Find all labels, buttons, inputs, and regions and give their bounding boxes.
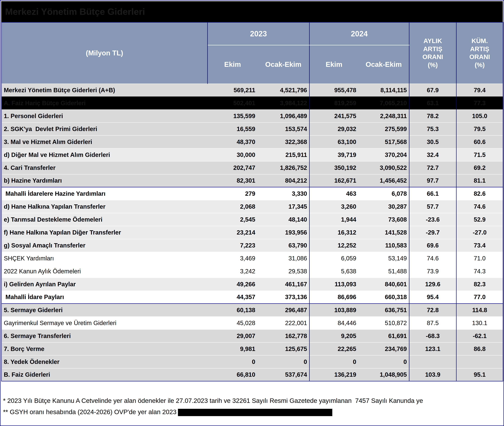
row-value: 86.8 (456, 342, 503, 355)
row-label: 3. Mal ve Hizmet Alım Giderleri (1, 135, 207, 148)
table-row: 2. SGK'ya Devlet Primi Giderleri16,55915… (1, 122, 503, 135)
row-label: e) Tarımsal Destekleme Ödemeleri (1, 213, 207, 226)
row-value: -27.0 (456, 226, 503, 239)
row-value: 129.6 (409, 278, 456, 291)
row-label: b) Hazine Yardımları (1, 174, 207, 187)
row-value: 95.1 (456, 368, 503, 381)
row-value: 16,559 (207, 122, 257, 135)
row-value: -62.1 (456, 329, 503, 342)
table-row: 4. Cari Transferler202,7471,826,752350,1… (1, 161, 503, 174)
row-value: 30,287 (359, 200, 409, 213)
row-value: 463 (310, 187, 359, 200)
table-row: 3. Mal ve Hizmet Alım Giderleri48,370322… (1, 135, 503, 148)
row-value: 16,312 (310, 226, 359, 239)
row-value: 84,446 (310, 317, 359, 329)
row-value: 4,521,796 (257, 84, 310, 97)
row-value: 2,068 (207, 200, 257, 213)
table-row: B. Faiz Giderleri66,810537,674136,2191,0… (1, 368, 503, 381)
row-value: 125,675 (257, 342, 310, 355)
row-value: 3,469 (207, 252, 257, 265)
row-value: 29,007 (207, 329, 257, 342)
table-row: d) Diğer Mal ve Hizmet Alım Giderleri30,… (1, 148, 503, 161)
row-value: 29,538 (257, 265, 310, 278)
row-value: 0 (257, 355, 310, 368)
row-value: -29.7 (409, 226, 456, 239)
row-value (409, 355, 456, 368)
row-label: Mahalli İdarelere Hazine Yardımları (1, 187, 207, 200)
row-value: 1,048,905 (359, 368, 409, 381)
row-value: 73.4 (456, 239, 503, 252)
row-value: 804,212 (257, 174, 310, 187)
row-value: 77.3 (456, 97, 503, 110)
col-2023-ocak-ekim: Ocak-Ekim (257, 45, 310, 84)
unit-label: (Milyon TL) (1, 22, 207, 84)
row-value: 60.6 (456, 135, 503, 148)
row-value: 162,778 (257, 329, 310, 342)
row-value: 81.1 (456, 174, 503, 187)
row-value: 537,674 (257, 368, 310, 381)
row-value: 110,583 (359, 239, 409, 252)
row-label: g) Sosyal Amaçlı Transferler (1, 239, 207, 252)
row-value: 73,608 (359, 213, 409, 226)
row-value: 510,872 (359, 317, 409, 329)
row-value: 74.6 (456, 200, 503, 213)
row-value: 53,149 (359, 252, 409, 265)
row-label: A. Faiz Hariç Bütçe Giderleri (1, 97, 207, 110)
cumulative-increase-header: KÜM. ARTIŞ ORANI (%) (456, 22, 503, 84)
row-value: 819,259 (310, 97, 359, 110)
col-2024-ocak-ekim: Ocak-Ekim (359, 45, 409, 84)
row-value: 3,330 (257, 187, 310, 200)
row-value: 123.1 (409, 342, 456, 355)
row-label: 6. Sermaye Transferleri (1, 329, 207, 342)
table-row: Merkezi Yönetim Bütçe Giderleri (A+B)569… (1, 84, 503, 97)
row-value: 79.5 (456, 122, 503, 135)
row-value: 52.9 (456, 213, 503, 226)
row-value: 45,028 (207, 317, 257, 329)
row-label: 2022 Kanun Aylık Ödemeleri (1, 265, 207, 278)
row-value: 461,167 (257, 278, 310, 291)
row-value: 48,370 (207, 135, 257, 148)
row-value: 78.2 (409, 110, 456, 122)
year-2024-header: 2024 (310, 22, 409, 45)
row-value: 234,769 (359, 342, 409, 355)
row-value: 517,568 (359, 135, 409, 148)
row-value: 279 (207, 187, 257, 200)
table-row: g) Sosyal Amaçlı Transferler7,22363,7901… (1, 239, 503, 252)
table-row: 2022 Kanun Aylık Ödemeleri3,24229,5385,6… (1, 265, 503, 278)
row-value: 61,691 (359, 329, 409, 342)
row-value: 0 (359, 355, 409, 368)
row-value: 69.6 (409, 239, 456, 252)
footnote-2: ** GSYH oranı hesabında (2024-2026) OVP'… (3, 406, 503, 418)
col-2023-ekim: Ekim (207, 45, 257, 84)
row-value: 82.3 (456, 278, 503, 291)
table-row: 1. Personel Giderleri135,5991,096,489241… (1, 110, 503, 122)
table-row: Mahalli İdare Payları44,357373,13686,696… (1, 291, 503, 304)
row-value: 275,599 (359, 122, 409, 135)
row-label: Merkezi Yönetim Bütçe Giderleri (A+B) (1, 84, 207, 97)
row-value: 22,265 (310, 342, 359, 355)
row-value: 51,488 (359, 265, 409, 278)
row-value: 0 (207, 355, 257, 368)
row-label: d) Hane Halkına Yapılan Transferler (1, 200, 207, 213)
table-row: SHÇEK Yardımları3,46931,0866,05953,14974… (1, 252, 503, 265)
row-value: 840,601 (359, 278, 409, 291)
row-value: 1,456,452 (359, 174, 409, 187)
row-value: 97.7 (409, 174, 456, 187)
row-value: 350,192 (310, 161, 359, 174)
row-value: 63,100 (310, 135, 359, 148)
footnote-1: * 2023 Yılı Bütçe Kanunu A Cetvelinde ye… (3, 395, 503, 406)
row-value: 136,219 (310, 368, 359, 381)
row-value: 660,318 (359, 291, 409, 304)
row-value: 130.1 (456, 317, 503, 329)
col-2024-ekim: Ekim (310, 45, 359, 84)
row-value: 87.5 (409, 317, 456, 329)
row-value: 72.7 (409, 161, 456, 174)
row-value: 32.4 (409, 148, 456, 161)
row-value: 636,751 (359, 304, 409, 317)
row-value: 3,242 (207, 265, 257, 278)
row-value: 202,747 (207, 161, 257, 174)
row-value: 373,136 (257, 291, 310, 304)
row-value: 12,252 (310, 239, 359, 252)
row-value: 9,981 (207, 342, 257, 355)
row-value: 86,696 (310, 291, 359, 304)
